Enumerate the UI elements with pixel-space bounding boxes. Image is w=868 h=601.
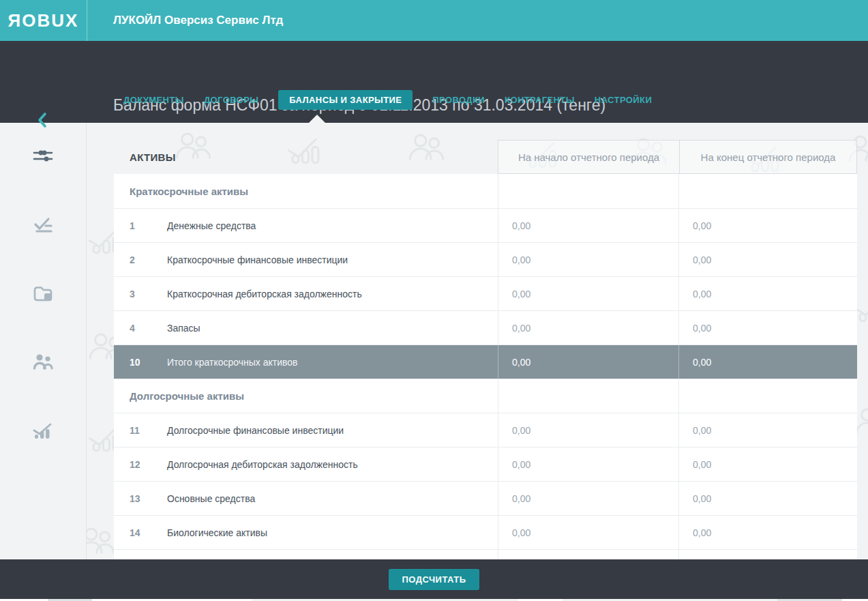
value-cell-start[interactable]: 0,00 — [498, 448, 678, 481]
row-label: Основные средства — [167, 493, 255, 504]
tab-documents[interactable]: ДОКУМЕНТЫ — [123, 95, 184, 105]
sidebar-item-counterparties[interactable] — [0, 341, 86, 382]
content-area: АКТИВЫ На начало отчетного периода На ко… — [0, 123, 868, 601]
app-header: Баланс форма НСФ01 за период с 01.11.201… — [0, 41, 868, 123]
row-label: Долгосрочная дебиторская задолженность — [167, 459, 358, 470]
section-label: Долгосрочные активы — [130, 390, 244, 402]
top-bar: ЯOBUX ЛУКОЙЛ Оверсиз Сервис Лтд — [0, 0, 868, 41]
value-cell-end[interactable]: 0,00 — [678, 448, 857, 481]
sidebar-item-analytics[interactable] — [0, 409, 86, 450]
row-number: 14 — [130, 527, 151, 538]
folder-icon — [32, 284, 54, 303]
sidebar — [0, 123, 87, 559]
row-number: 10 — [130, 357, 151, 368]
section-label: Краткосрочные активы — [130, 186, 248, 197]
app-logo: ЯOBUX — [0, 0, 87, 41]
row-label: Денежные средства — [167, 220, 256, 231]
active-tab-caret — [309, 115, 325, 123]
value-cell-end[interactable]: 0,00 — [678, 516, 857, 549]
chart-icon — [32, 420, 54, 439]
row-label: Запасы — [167, 323, 200, 334]
company-name: ЛУКОЙЛ Оверсиз Сервис Лтд — [113, 0, 283, 41]
tab-settings[interactable]: НАСТРОЙКИ — [595, 95, 652, 105]
table-header: АКТИВЫ На начало отчетного периода На ко… — [114, 140, 857, 174]
table-row: 12Долгосрочная дебиторская задолженность… — [114, 447, 857, 481]
tab-balances-and-closing[interactable]: БАЛАНСЫ И ЗАКРЫТИЕ — [278, 90, 413, 110]
calculate-button[interactable]: ПОДСЧИТАТЬ — [389, 569, 479, 590]
row-number: 11 — [130, 425, 151, 436]
value-cell-start[interactable]: 0,00 — [498, 482, 678, 515]
users-icon — [32, 352, 54, 371]
column-header-end: На конец отчетного периода — [679, 141, 856, 173]
back-button[interactable] — [35, 111, 50, 130]
tab-postings[interactable]: ПРОВОДКИ — [432, 95, 485, 105]
row-label: Долгосрочные финансовые инвестиции — [167, 425, 344, 436]
value-cell-end[interactable]: 0,00 — [678, 209, 857, 242]
row-label: Краткосрочная дебиторская задолженность — [167, 289, 362, 299]
chevron-left-icon — [35, 111, 50, 130]
value-cell-end[interactable]: 0,00 — [678, 413, 857, 447]
table-row: 13Основные средства 0,00 0,00 — [114, 481, 857, 515]
value-cell-end: 0,00 — [678, 345, 857, 379]
checklist-icon — [33, 216, 53, 234]
row-number: 1 — [130, 220, 151, 231]
row-number: 2 — [130, 254, 151, 265]
assets-header: АКТИВЫ — [130, 140, 176, 174]
section-row: Долгосрочные активы — [114, 379, 857, 413]
row-number: 13 — [130, 493, 151, 504]
value-cell-end — [678, 379, 857, 413]
value-cell-start[interactable]: 0,00 — [498, 516, 678, 549]
table-row: 3Краткосрочная дебиторская задолженность… — [114, 276, 857, 310]
value-cell-end — [678, 174, 857, 208]
sidebar-item-balance-settings[interactable] — [0, 136, 86, 177]
value-cell-start — [498, 174, 678, 208]
section-row: Краткосрочные активы — [114, 174, 857, 208]
row-label: Краткосрочные финансовые инвестиции — [167, 254, 348, 265]
table-row: 2Краткосрочные финансовые инвестиции 0,0… — [114, 242, 857, 276]
value-cell-start[interactable]: 0,00 — [498, 243, 678, 276]
table-row: 4Запасы 0,00 0,00 — [114, 310, 857, 345]
value-cell-start[interactable]: 0,00 — [498, 413, 678, 447]
sidebar-item-closing[interactable] — [0, 205, 86, 246]
tab-bar: ДОКУМЕНТЫ ДОГОВОРЫ БАЛАНСЫ И ЗАКРЫТИЕ ПР… — [123, 90, 652, 109]
period-columns: На начало отчетного периода На конец отч… — [498, 140, 857, 174]
column-header-start: На начало отчетного периода — [498, 141, 679, 173]
table-row: 1Денежные средства 0,00 0,00 — [114, 208, 857, 242]
value-cell-start[interactable]: 0,00 — [498, 209, 678, 242]
row-number: 3 — [130, 289, 151, 299]
value-cell-end[interactable]: 0,00 — [678, 243, 857, 276]
table-row: 14Биологические активы 0,00 0,00 — [114, 515, 857, 549]
table-body: Краткосрочные активы 1Денежные средства … — [114, 174, 857, 583]
row-label: Итого краткосрочных активов — [167, 357, 298, 368]
value-cell-start — [498, 379, 678, 413]
value-cell-start: 0,00 — [498, 345, 678, 379]
value-cell-start[interactable]: 0,00 — [498, 311, 678, 345]
tab-counterparties[interactable]: КОНТРАГЕНТЫ — [505, 95, 575, 105]
value-cell-end[interactable]: 0,00 — [678, 311, 857, 345]
value-cell-end[interactable]: 0,00 — [678, 277, 857, 310]
balance-table: АКТИВЫ На начало отчетного периода На ко… — [114, 140, 857, 583]
row-number: 4 — [130, 323, 151, 334]
sliders-icon — [32, 148, 54, 166]
total-row: 10Итого краткосрочных активов 0,00 0,00 — [114, 345, 857, 379]
table-row: 11Долгосрочные финансовые инвестиции 0,0… — [114, 413, 857, 447]
tab-contracts[interactable]: ДОГОВОРЫ — [204, 95, 258, 105]
row-number: 12 — [130, 459, 151, 470]
value-cell-end[interactable]: 0,00 — [678, 482, 857, 515]
sidebar-item-documents[interactable] — [0, 273, 86, 314]
row-label: Биологические активы — [167, 527, 267, 538]
action-bar: ПОДСЧИТАТЬ — [0, 559, 868, 599]
value-cell-start[interactable]: 0,00 — [498, 277, 678, 310]
